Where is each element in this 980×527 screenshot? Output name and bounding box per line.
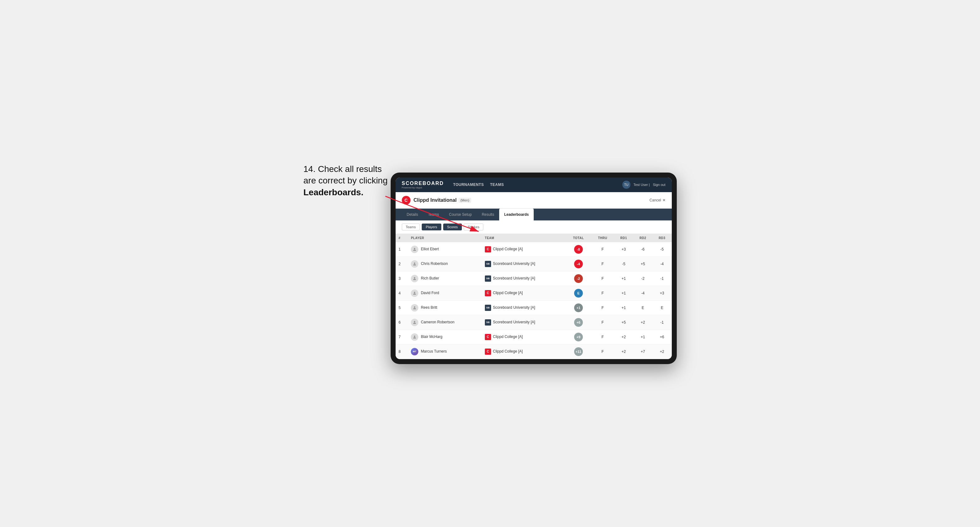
table-row: 2 Chris Robertson SBScoreboard Universit… xyxy=(396,257,672,271)
total-badge: -8 xyxy=(574,245,583,254)
team-logo: SB xyxy=(485,305,491,311)
table-row: 6 Cameron Robertson SBScoreboard Univers… xyxy=(396,315,672,330)
team-logo: C xyxy=(485,290,491,296)
cancel-button[interactable]: Cancel ✕ xyxy=(649,198,665,202)
player-avatar xyxy=(411,319,418,326)
table-row: 1 Elliot Ebert CClippd College [A] -8 F … xyxy=(396,242,672,257)
cell-team: CClippd College [A] xyxy=(482,242,566,257)
nav-teams[interactable]: TEAMS xyxy=(490,181,504,188)
table-body: 1 Elliot Ebert CClippd College [A] -8 F … xyxy=(396,242,672,359)
svg-point-5 xyxy=(414,306,415,308)
team-logo: SB xyxy=(485,261,491,267)
tournament-title: Clippd Invitational xyxy=(414,197,457,203)
cell-thru: F xyxy=(591,300,614,315)
cell-player: Rich Butler xyxy=(408,271,482,286)
cell-rd2: +2 xyxy=(633,315,652,330)
cell-rd1: +2 xyxy=(614,330,633,344)
cell-rd3: -4 xyxy=(652,257,672,271)
cell-rank: 6 xyxy=(396,315,408,330)
team-logo: C xyxy=(485,349,491,355)
filter-bar: Teams Players Scores Strokes xyxy=(396,221,672,234)
player-avatar: MT xyxy=(411,348,418,356)
nav-tournaments[interactable]: TOURNAMENTS xyxy=(453,181,484,188)
player-avatar xyxy=(411,275,418,282)
cell-team: CClippd College [A] xyxy=(482,344,566,359)
cell-player: David Ford xyxy=(408,286,482,300)
cell-total: +11 xyxy=(566,344,591,359)
nav-links: TOURNAMENTS TEAMS xyxy=(453,181,613,188)
cell-rd1: +1 xyxy=(614,300,633,315)
cell-rd1: +1 xyxy=(614,271,633,286)
col-rd1: RD1 xyxy=(614,234,633,242)
cell-team: SBScoreboard University [A] xyxy=(482,315,566,330)
tab-leaderboards[interactable]: Leaderboards xyxy=(499,209,534,221)
player-avatar xyxy=(411,333,418,341)
svg-point-6 xyxy=(414,321,415,322)
tab-teams[interactable]: Teams xyxy=(423,209,444,221)
header-username: Test User | xyxy=(633,183,650,187)
instruction-line3: Leaderboards. xyxy=(304,187,364,197)
cell-rank: 4 xyxy=(396,286,408,300)
cell-rd2: +7 xyxy=(633,344,652,359)
cell-rd3: -5 xyxy=(652,242,672,257)
tab-results[interactable]: Results xyxy=(477,209,499,221)
tab-navigation: Details Teams Course Setup Results Leade… xyxy=(396,209,672,221)
logo-area: SCOREBOARD Powered by clippd xyxy=(402,181,444,189)
cell-team: SBScoreboard University [A] xyxy=(482,271,566,286)
cell-thru: F xyxy=(591,271,614,286)
cell-rank: 2 xyxy=(396,257,408,271)
cell-team: SBScoreboard University [A] xyxy=(482,300,566,315)
cell-rd1: +5 xyxy=(614,315,633,330)
team-logo: SB xyxy=(485,275,491,282)
total-badge: E xyxy=(574,289,583,298)
table-row: 5 Rees Britt SBScoreboard University [A]… xyxy=(396,300,672,315)
cell-rd2: -4 xyxy=(633,286,652,300)
cell-rd2: +1 xyxy=(633,330,652,344)
filter-strokes-button[interactable]: Strokes xyxy=(464,224,483,230)
cell-player: Blair McHarg xyxy=(408,330,482,344)
total-badge: +11 xyxy=(574,347,583,356)
col-rd3: RD3 xyxy=(652,234,672,242)
leaderboard-table: # PLAYER TEAM TOTAL THRU RD1 RD2 RD3 1 E… xyxy=(396,234,672,359)
table-row: 3 Rich Butler SBScoreboard University [A… xyxy=(396,271,672,286)
cell-thru: F xyxy=(591,257,614,271)
cell-player: Rees Britt xyxy=(408,300,482,315)
table-row: 7 Blair McHarg CClippd College [A] +9 F … xyxy=(396,330,672,344)
player-avatar xyxy=(411,289,418,297)
user-avatar: TU xyxy=(622,181,630,189)
cell-rd1: +2 xyxy=(614,344,633,359)
tab-course-setup[interactable]: Course Setup xyxy=(444,209,477,221)
cell-total: -2 xyxy=(566,271,591,286)
cell-rd2: -2 xyxy=(633,271,652,286)
cell-player: MTMarcus Turners xyxy=(408,344,482,359)
cell-rank: 8 xyxy=(396,344,408,359)
cell-rd2: -6 xyxy=(633,242,652,257)
cell-rd1: -5 xyxy=(614,257,633,271)
table-row: 8 MTMarcus Turners CClippd College [A] +… xyxy=(396,344,672,359)
player-avatar xyxy=(411,304,418,311)
table-row: 4 David Ford CClippd College [A] E F +1 … xyxy=(396,286,672,300)
filter-players-button[interactable]: Players xyxy=(422,224,441,230)
total-badge: +6 xyxy=(574,318,583,327)
total-badge: -4 xyxy=(574,260,583,268)
filter-scores-button[interactable]: Scores xyxy=(443,224,462,230)
cell-team: SBScoreboard University [A] xyxy=(482,257,566,271)
col-total: TOTAL xyxy=(566,234,591,242)
table-header-row: # PLAYER TEAM TOTAL THRU RD1 RD2 RD3 xyxy=(396,234,672,242)
header-right: TU Test User | Sign out xyxy=(622,181,665,189)
signout-link[interactable]: Sign out xyxy=(653,183,665,187)
app-header: SCOREBOARD Powered by clippd TOURNAMENTS… xyxy=(396,178,672,192)
cell-total: +9 xyxy=(566,330,591,344)
filter-teams-button[interactable]: Teams xyxy=(402,224,420,230)
svg-point-2 xyxy=(414,262,415,264)
cell-thru: F xyxy=(591,315,614,330)
instruction-line1: 14. Check all results xyxy=(304,164,382,174)
cell-rd3: +6 xyxy=(652,330,672,344)
cell-player: Elliot Ebert xyxy=(408,242,482,257)
tab-details[interactable]: Details xyxy=(402,209,423,221)
cell-team: CClippd College [A] xyxy=(482,286,566,300)
player-avatar xyxy=(411,260,418,268)
col-thru: THRU xyxy=(591,234,614,242)
cell-rank: 7 xyxy=(396,330,408,344)
cell-thru: F xyxy=(591,330,614,344)
